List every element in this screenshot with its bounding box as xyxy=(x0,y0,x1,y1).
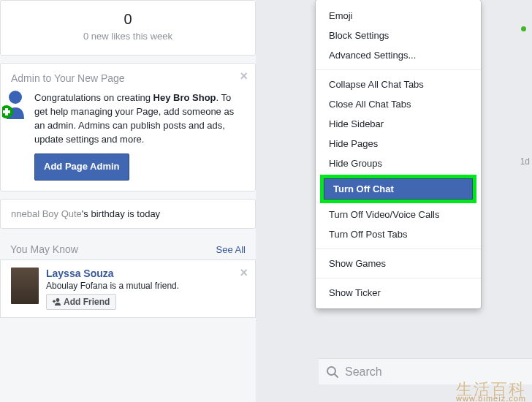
menu-item-hide-groups[interactable]: Hide Groups xyxy=(316,153,481,173)
left-column: 0 0 new likes this week Admin to Your Ne… xyxy=(0,0,256,402)
online-dot-icon xyxy=(521,26,526,31)
svg-point-0 xyxy=(9,91,22,104)
see-all-link[interactable]: See All xyxy=(216,244,246,255)
pymk-name[interactable]: Layssa Souza xyxy=(46,268,179,279)
menu-item-hide-sidebar[interactable]: Hide Sidebar xyxy=(316,114,481,134)
menu-item-block-settings[interactable]: Block Settings xyxy=(316,26,481,45)
add-page-admin-button[interactable]: Add Page Admin xyxy=(34,153,129,181)
search-placeholder: Search xyxy=(345,365,382,379)
menu-item-turn-off-post-tabs[interactable]: Turn Off Post Tabs xyxy=(316,224,481,244)
pymk-item: × Layssa Souza Aboulay Fofana is a mutua… xyxy=(0,259,256,318)
menu-divider xyxy=(316,278,481,278)
menu-item-close-chat-tabs[interactable]: Close All Chat Tabs xyxy=(316,94,481,114)
admin-avatars-icon xyxy=(11,91,27,122)
svg-line-8 xyxy=(335,374,338,377)
highlight-box: Turn Off Chat xyxy=(320,175,476,203)
birthday-suffix: 's birthday is today xyxy=(82,208,160,219)
likes-card: 0 0 new likes this week xyxy=(0,0,256,56)
menu-item-collapse-chat-tabs[interactable]: Collapse All Chat Tabs xyxy=(316,75,481,94)
birthday-name[interactable]: nnebal Boy Qute xyxy=(11,208,82,219)
menu-divider xyxy=(316,69,481,70)
svg-point-4 xyxy=(56,298,60,302)
pymk-title: You May Know xyxy=(10,243,78,255)
likes-sub: 0 new likes this week xyxy=(1,31,255,42)
add-friend-button[interactable]: Add Friend xyxy=(46,294,116,310)
admin-card-title: Admin to Your New Page xyxy=(11,72,245,84)
admin-brand: Hey Bro Shop xyxy=(153,92,216,103)
menu-item-emoji[interactable]: Emoji xyxy=(316,6,481,26)
admin-card: Admin to Your New Page × Congratulations… xyxy=(0,63,256,191)
svg-rect-3 xyxy=(3,110,10,113)
close-icon[interactable]: × xyxy=(240,266,248,279)
pymk-photo[interactable] xyxy=(11,268,39,304)
svg-rect-6 xyxy=(53,300,55,303)
chat-settings-menu: Emoji Block Settings Advanced Settings..… xyxy=(316,0,481,308)
menu-item-turn-off-chat[interactable]: Turn Off Chat xyxy=(324,178,473,200)
search-icon xyxy=(326,365,339,379)
contact-timestamp: 1d xyxy=(520,156,530,167)
likes-count: 0 xyxy=(1,11,255,28)
menu-item-advanced-settings[interactable]: Advanced Settings... xyxy=(316,45,481,65)
menu-item-show-games[interactable]: Show Games xyxy=(316,254,481,273)
pymk-section: You May Know See All × Layssa Souza Abou… xyxy=(0,236,256,318)
admin-text: Congratulations on creating Hey Bro Shop… xyxy=(34,91,245,181)
birthday-card: nnebal Boy Qute's birthday is today xyxy=(0,199,256,229)
admin-text-pre: Congratulations on creating xyxy=(34,92,153,103)
add-friend-label: Add Friend xyxy=(64,297,110,307)
close-icon[interactable]: × xyxy=(240,69,248,83)
pymk-mutual: Aboulay Fofana is a mutual friend. xyxy=(46,281,179,291)
add-person-icon xyxy=(53,297,61,306)
menu-item-turn-off-video[interactable]: Turn Off Video/Voice Calls xyxy=(316,205,481,224)
menu-item-show-ticker[interactable]: Show Ticker xyxy=(316,283,481,303)
right-side: 1d Emoji Block Settings Advanced Setting… xyxy=(263,0,532,402)
menu-divider xyxy=(316,249,481,249)
menu-item-hide-pages[interactable]: Hide Pages xyxy=(316,134,481,153)
chat-search-bar[interactable]: Search xyxy=(319,358,532,384)
